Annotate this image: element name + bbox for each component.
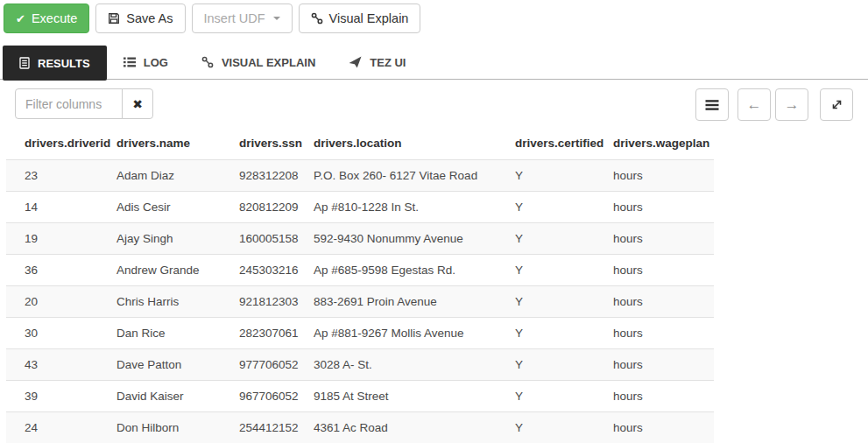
table-cell: Andrew Grande [98,255,221,286]
column-header: drivers.driverid [6,127,98,160]
table-cell: Don Hilborn [98,412,221,443]
table-cell: Y [497,255,595,286]
tab-visual-explain-label: VISUAL EXPLAIN [222,56,315,69]
table-cell: Y [497,192,595,223]
arrow-right-icon: → [785,97,800,112]
insert-udf-dropdown[interactable]: Insert UDF [192,4,293,33]
column-header: drivers.location [295,127,497,160]
x-icon: ✖ [132,97,143,111]
table-cell: hours [595,286,714,318]
expand-fullscreen-button[interactable] [820,88,853,121]
visual-explain-button-label: Visual Explain [329,11,409,25]
results-table: drivers.driveriddrivers.namedrivers.ssnd… [6,127,714,443]
table-row: 14Adis Cesir820812209Ap #810-1228 In St.… [6,192,714,223]
table-cell: Y [497,286,595,318]
check-icon: ✔ [16,13,25,25]
arrow-left-icon: ← [747,97,762,112]
table-cell: 883-2691 Proin Avenue [295,286,497,318]
results-toolbar: ✖ ← → [6,88,862,121]
columns-menu-button[interactable] [695,88,729,121]
table-cell: hours [595,255,714,286]
table-cell: Ap #810-1228 In St. [295,192,497,223]
tab-visual-explain[interactable]: VISUAL EXPLAIN [185,46,332,79]
table-cell: 20 [6,286,98,318]
grid-actions: ← → [695,88,853,121]
chain-link-icon [311,12,323,25]
table-cell: 921812303 [221,286,295,318]
column-header: drivers.ssn [221,127,295,160]
table-cell: 820812209 [221,192,295,223]
table-row: 43Dave Patton9777060523028 A- St.Yhours [6,349,714,381]
table-cell: hours [595,381,714,412]
table-cell: 254412152 [221,412,295,443]
chain-link-icon [201,56,214,68]
table-cell: Adis Cesir [98,192,221,223]
table-row: 19Ajay Singh160005158592-9430 Nonummy Av… [6,223,714,255]
table-cell: 160005158 [221,223,295,255]
table-row: 39David Kaiser9677060529185 At StreetYho… [6,381,714,412]
tab-results-label: RESULTS [38,57,90,70]
table-row: 23Adam Diaz928312208P.O. Box 260- 6127 V… [6,160,714,192]
table-cell: hours [595,192,714,223]
table-cell: 39 [6,381,98,412]
insert-udf-label: Insert UDF [204,11,265,25]
results-panel: ✖ ← → [0,80,868,443]
table-cell: 9185 At Street [295,381,497,412]
table-cell: 282307061 [221,318,295,349]
table-cell: 30 [6,318,98,349]
table-cell: Y [497,318,595,349]
table-cell: Ap #881-9267 Mollis Avenue [295,318,497,349]
tab-tez-ui-label: TEZ UI [370,56,406,69]
caret-down-icon [273,17,280,20]
table-cell: 245303216 [221,255,295,286]
table-cell: Ajay Singh [98,223,221,255]
table-cell: 4361 Ac Road [295,412,497,443]
table-cell: 14 [6,192,98,223]
execute-button[interactable]: ✔ Execute [4,4,89,33]
table-cell: Ap #685-9598 Egestas Rd. [295,255,497,286]
table-cell: 36 [6,255,98,286]
tab-results[interactable]: RESULTS [3,46,107,81]
table-cell: David Kaiser [98,381,221,412]
table-row: 24Don Hilborn2544121524361 Ac RoadYhours [6,412,714,443]
tab-log-label: LOG [144,56,168,69]
execute-button-label: Execute [32,11,77,25]
table-cell: 928312208 [221,160,295,192]
table-cell: hours [595,160,714,192]
result-tabs: RESULTS LOG VISUAL EXPLAIN [0,46,868,80]
table-cell: hours [595,412,714,443]
visual-explain-button[interactable]: Visual Explain [299,4,421,33]
next-page-button[interactable]: → [775,88,808,121]
table-cell: 24 [6,412,98,443]
save-as-button-label: Save As [126,11,173,25]
table-cell: Chris Harris [98,286,221,318]
tab-tez-ui[interactable]: TEZ UI [332,46,422,79]
filter-columns-input[interactable] [15,88,123,119]
table-cell: hours [595,349,714,381]
expand-icon [830,98,843,111]
table-cell: Y [497,223,595,255]
menu-icon [705,99,719,111]
clear-filter-button[interactable]: ✖ [122,88,153,119]
column-header: drivers.name [98,127,221,160]
filter-group: ✖ [15,88,153,119]
table-cell: Y [497,349,595,381]
table-cell: Y [497,160,595,192]
table-cell: Y [497,381,595,412]
save-icon [108,12,120,25]
table-cell: Adam Diaz [98,160,221,192]
save-as-button[interactable]: Save As [95,4,185,33]
table-cell: 592-9430 Nonummy Avenue [295,223,497,255]
query-toolbar: ✔ Execute Save As Insert UDF [0,0,868,33]
table-cell: 3028 A- St. [295,349,497,381]
paper-plane-icon [349,56,362,68]
column-header: drivers.wageplan [595,127,714,160]
hive-query-results-view: ✔ Execute Save As Insert UDF [0,0,868,443]
tab-log[interactable]: LOG [107,46,185,79]
table-row: 20Chris Harris921812303883-2691 Proin Av… [6,286,714,318]
table-row: 30Dan Rice282307061Ap #881-9267 Mollis A… [6,318,714,349]
table-cell: hours [595,318,714,349]
previous-page-button[interactable]: ← [737,88,771,121]
table-cell: 977706052 [221,349,295,381]
table-cell: P.O. Box 260- 6127 Vitae Road [295,160,497,192]
